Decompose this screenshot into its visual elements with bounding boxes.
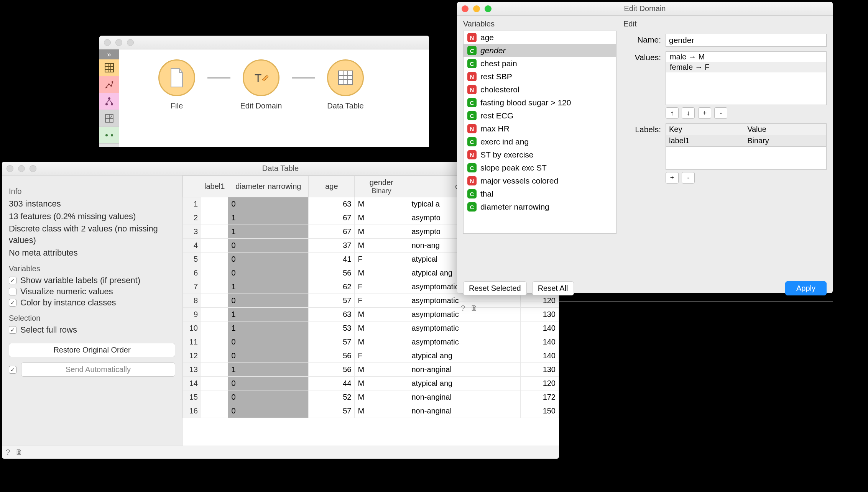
variable-item[interactable]: Crest ECG bbox=[464, 109, 616, 122]
variable-item[interactable]: Nrest SBP bbox=[464, 70, 616, 83]
check-select-full-rows[interactable]: ✓ Select full rows bbox=[9, 325, 175, 335]
value-up-button[interactable]: ↑ bbox=[666, 107, 679, 119]
close-icon[interactable] bbox=[7, 165, 13, 172]
table-row[interactable]: 11057Masymptomatic140 bbox=[183, 335, 559, 349]
svg-rect-0 bbox=[105, 64, 113, 72]
node-edit-domain[interactable]: T Edit Domain bbox=[219, 59, 303, 110]
svg-point-9 bbox=[108, 97, 110, 100]
check-show-labels[interactable]: ✓ Show variable labels (if present) bbox=[9, 276, 175, 285]
sidebar-expand-icon[interactable]: » bbox=[99, 49, 119, 59]
checkbox-icon[interactable]: ✓ bbox=[9, 326, 16, 334]
send-auto-checkbox[interactable]: ✓ bbox=[9, 366, 16, 374]
value-item[interactable]: male → M bbox=[666, 52, 826, 62]
values-list[interactable]: male → Mfemale → F bbox=[666, 51, 827, 105]
column-header[interactable]: label1 bbox=[201, 176, 228, 197]
table-row[interactable]: 15052Mnon-anginal172 bbox=[183, 390, 559, 404]
value-remove-button[interactable]: - bbox=[714, 107, 727, 119]
zoom-icon[interactable] bbox=[127, 39, 134, 46]
canvas-window: » ✓✗ File bbox=[99, 36, 429, 147]
checkbox-icon[interactable]: ✓ bbox=[9, 299, 16, 307]
category-unsupervised-icon[interactable] bbox=[99, 127, 119, 144]
value-down-button[interactable]: ↓ bbox=[682, 107, 695, 119]
info-meta: No meta attributes bbox=[9, 247, 175, 259]
widget-category-sidebar: » ✓✗ bbox=[99, 49, 119, 147]
check-color-classes[interactable]: ✓ Color by instance classes bbox=[9, 298, 175, 308]
column-header[interactable]: diameter narrowing bbox=[228, 176, 309, 197]
minimize-icon[interactable] bbox=[115, 39, 122, 46]
report-icon[interactable]: 🗎 bbox=[470, 304, 478, 313]
value-item[interactable]: female → F bbox=[666, 62, 826, 72]
apply-button[interactable]: Apply bbox=[785, 281, 827, 295]
category-evaluate-icon[interactable]: ✓✗ bbox=[99, 110, 119, 127]
matrix-icon: ✓✗ bbox=[104, 113, 114, 123]
table-row[interactable]: 14044Matypical ang120 bbox=[183, 377, 559, 390]
node-file[interactable]: File bbox=[135, 59, 219, 110]
info-class: Discrete class with 2 values (no missing… bbox=[9, 223, 175, 246]
variable-item[interactable]: Ncholesterol bbox=[464, 83, 616, 96]
variable-item[interactable]: Cthal bbox=[464, 187, 616, 200]
report-icon[interactable]: 🗎 bbox=[15, 448, 23, 457]
edit-domain-statusbar: ? 🗎 bbox=[457, 302, 833, 315]
restore-order-button[interactable]: Restore Original Order bbox=[9, 343, 175, 357]
values-label: Values: bbox=[623, 51, 666, 62]
labels-value-header: Value bbox=[744, 124, 826, 135]
name-label: Name: bbox=[623, 34, 666, 44]
text-edit-icon: T bbox=[252, 69, 270, 87]
value-add-button[interactable]: + bbox=[698, 107, 711, 119]
name-input[interactable] bbox=[666, 34, 827, 47]
svg-point-11 bbox=[111, 103, 113, 105]
category-model-icon[interactable] bbox=[99, 93, 119, 110]
variable-item[interactable]: Nmajor vessels colored bbox=[464, 174, 616, 187]
help-icon[interactable]: ? bbox=[461, 304, 465, 313]
label-add-button[interactable]: + bbox=[666, 172, 679, 184]
reset-selected-button[interactable]: Reset Selected bbox=[463, 281, 527, 295]
variable-item[interactable]: Cchest pain bbox=[464, 57, 616, 70]
close-icon[interactable] bbox=[462, 5, 469, 12]
table-row[interactable]: 12056Fatypical ang140 bbox=[183, 349, 559, 363]
column-header[interactable]: age bbox=[309, 176, 355, 197]
checkbox-icon[interactable]: ✓ bbox=[9, 277, 16, 284]
category-visualize-icon[interactable] bbox=[99, 76, 119, 93]
variable-item[interactable]: Cgender bbox=[464, 44, 616, 57]
variable-item[interactable]: NST by exercise bbox=[464, 148, 616, 161]
variables-list[interactable]: NageCgenderCchest painNrest SBPNcholeste… bbox=[463, 31, 616, 234]
help-icon[interactable]: ? bbox=[6, 448, 10, 457]
svg-text:✗: ✗ bbox=[110, 115, 113, 118]
zoom-icon[interactable] bbox=[30, 165, 36, 172]
minimize-icon[interactable] bbox=[18, 165, 25, 172]
node-label: File bbox=[171, 102, 183, 110]
table-icon bbox=[337, 69, 354, 86]
table-row[interactable]: 16057Mnon-anginal150 bbox=[183, 404, 559, 418]
zoom-icon[interactable] bbox=[485, 5, 492, 12]
category-data-icon[interactable] bbox=[99, 59, 119, 76]
column-header[interactable]: genderBinary bbox=[355, 176, 408, 197]
variable-item[interactable]: Cslope peak exc ST bbox=[464, 161, 616, 174]
canvas-titlebar[interactable] bbox=[99, 36, 429, 49]
workflow-canvas[interactable]: File T Edit Domain Data Table bbox=[119, 49, 429, 147]
label-remove-button[interactable]: - bbox=[682, 172, 695, 184]
check-visualize[interactable]: Visualize numeric values bbox=[9, 287, 175, 297]
variable-item[interactable]: Nmax HR bbox=[464, 122, 616, 135]
table-row[interactable]: 10153Masymptomatic140 bbox=[183, 321, 559, 335]
data-table-sidebar: Info 303 instances 13 features (0.2% mis… bbox=[2, 175, 182, 446]
checkbox-icon[interactable] bbox=[9, 288, 16, 295]
edit-domain-titlebar[interactable]: Edit Domain bbox=[457, 2, 833, 16]
table-row[interactable]: 13156Mnon-anginal130 bbox=[183, 363, 559, 377]
variable-item[interactable]: Cexerc ind ang bbox=[464, 135, 616, 148]
variable-item[interactable]: Cfasting blood sugar > 120 bbox=[464, 96, 616, 109]
close-icon[interactable] bbox=[104, 39, 111, 46]
tree-icon bbox=[104, 97, 114, 107]
send-automatically-button[interactable]: Send Automatically bbox=[21, 362, 175, 377]
svg-line-13 bbox=[109, 100, 112, 103]
label-row[interactable]: label1Binary bbox=[666, 135, 827, 147]
variable-item[interactable]: Cdiameter narrowing bbox=[464, 200, 616, 213]
labels-table[interactable]: Key Value label1Binary bbox=[666, 123, 827, 147]
node-label: Edit Domain bbox=[240, 102, 282, 110]
edit-domain-footer: Reset Selected Reset All Apply bbox=[457, 275, 833, 302]
node-data-table[interactable]: Data Table bbox=[303, 59, 388, 110]
reset-all-button[interactable]: Reset All bbox=[532, 281, 574, 295]
check-label: Visualize numeric values bbox=[20, 287, 113, 297]
edit-label: Edit bbox=[623, 20, 827, 28]
minimize-icon[interactable] bbox=[473, 5, 480, 12]
variable-item[interactable]: Nage bbox=[464, 31, 616, 44]
